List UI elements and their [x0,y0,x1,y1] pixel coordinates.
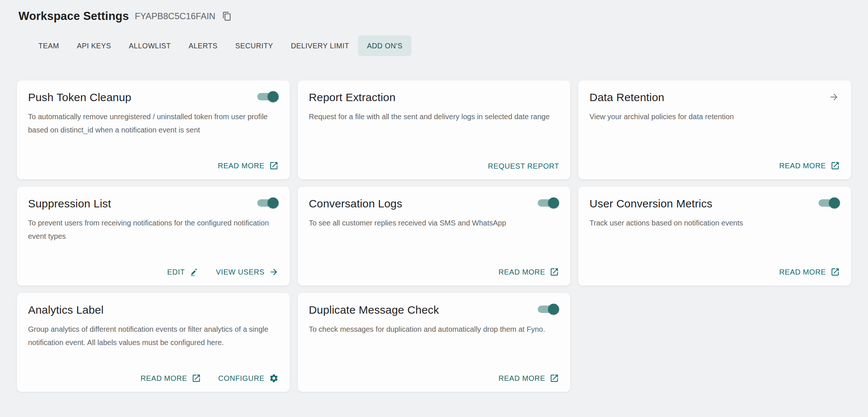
card-title: Conversation Logs [309,197,403,210]
external-link-icon [550,373,559,383]
card-title: Duplicate Message Check [309,304,439,316]
action-label: READ MORE [499,268,545,276]
workspace-id: FYAPB8C5C16FAIN [135,11,215,21]
card-header-control [536,304,559,316]
card-header: Data Retention [589,91,840,104]
edit-icon [189,267,199,277]
card-title: Analytics Label [28,304,104,316]
toggle-switch[interactable] [817,197,840,208]
configure-link[interactable]: CONFIGURE [218,373,278,383]
toggle-knob [548,304,559,315]
read-more-link[interactable]: READ MORE [499,373,559,383]
card-header-control [256,197,279,210]
action-label: READ MORE [141,374,187,383]
tab-add-on-s[interactable]: ADD ON'S [358,35,411,56]
toggle-knob [268,197,279,208]
action-label: REQUEST REPORT [488,162,559,170]
external-link-icon [550,267,559,277]
read-more-link[interactable]: READ MORE [779,161,840,170]
tab-team[interactable]: TEAM [30,35,68,56]
card-header: Report Extraction [309,91,559,104]
toggle-switch[interactable] [536,304,559,315]
request-report-link[interactable]: REQUEST REPORT [488,162,559,170]
card-title: User Conversion Metrics [589,197,712,210]
page-title: Workspace Settings [18,10,129,23]
card-header: User Conversion Metrics [589,197,840,210]
card-report-extraction: Report Extraction Request for a file wit… [298,80,571,179]
external-link-icon [830,161,840,170]
card-actions: EDITVIEW USERS [28,260,279,277]
card-header: Push Token Cleanup [28,91,279,104]
action-label: READ MORE [779,162,826,170]
tab-allowlist[interactable]: ALLOWLIST [120,35,180,56]
read-more-link[interactable]: READ MORE [141,373,202,383]
card-description: To prevent users from receiving notifica… [28,216,279,243]
view-users-link[interactable]: VIEW USERS [216,267,279,277]
action-label: READ MORE [779,268,826,276]
card-duplicate-message-check: Duplicate Message Check To check message… [298,293,571,392]
card-conversation-logs: Conversation Logs To see all customer re… [298,187,571,286]
arrow-right-icon [269,267,279,277]
copy-workspace-id-button[interactable] [221,11,232,22]
tabs: TEAMAPI KEYSALLOWLISTALERTSSECURITYDELIV… [0,35,868,56]
card-actions: READ MORE [309,260,559,277]
card-header-control [828,91,840,104]
toggle-knob [268,91,279,102]
card-analytics-label: Analytics Label Group analytics of diffe… [17,293,290,392]
arrow-right-icon [829,92,839,102]
read-more-link[interactable]: READ MORE [499,267,559,277]
edit-link[interactable]: EDIT [167,267,199,277]
card-header-control [256,91,279,104]
action-label: READ MORE [499,374,545,383]
card-actions: READ MORE [589,154,840,170]
card-description: To check messages for duplication and au… [309,323,559,336]
card-actions: READ MORE [589,260,840,277]
card-header: Conversation Logs [309,197,559,210]
action-label: CONFIGURE [218,374,264,383]
toggle-knob [548,197,559,208]
tab-delivery-limit[interactable]: DELIVERY LIMIT [282,35,358,56]
card-data-retention: Data Retention View your archival polici… [578,80,851,179]
card-title: Data Retention [589,91,664,104]
toggle-switch[interactable] [256,197,279,208]
external-link-icon [192,373,201,383]
card-description: Request for a file with all the sent and… [309,110,559,123]
card-title: Push Token Cleanup [28,91,131,104]
action-label: VIEW USERS [216,268,265,276]
card-actions: READ MORECONFIGURE [28,366,279,383]
card-description: To automatically remove unregistered / u… [28,110,279,137]
action-label: EDIT [167,268,185,276]
external-link-icon [269,161,279,170]
copy-icon [222,11,232,21]
card-suppression-list: Suppression List To prevent users from r… [17,187,290,286]
card-open-button[interactable] [828,91,840,103]
toggle-switch[interactable] [536,197,559,208]
card-actions: READ MORE [309,366,559,383]
card-description: Track user actions based on notification… [589,216,840,230]
read-more-link[interactable]: READ MORE [779,267,840,277]
card-actions: REQUEST REPORT [309,155,559,170]
card-title: Suppression List [28,197,111,210]
read-more-link[interactable]: READ MORE [218,161,279,170]
page-header: Workspace Settings FYAPB8C5C16FAIN [0,0,868,23]
tab-security[interactable]: SECURITY [227,35,282,56]
card-actions: READ MORE [28,154,279,170]
card-description: To see all customer replies received via… [309,216,559,230]
tab-alerts[interactable]: ALERTS [180,35,227,56]
card-description: View your archival policies for data ret… [589,110,840,123]
card-header-control [536,197,559,210]
card-header: Duplicate Message Check [309,303,559,317]
toggle-knob [829,197,840,208]
action-label: READ MORE [218,162,265,170]
addons-grid: Push Token Cleanup To automatically remo… [17,80,851,392]
card-header: Analytics Label [28,303,279,317]
card-description: Group analytics of different notificatio… [28,323,279,349]
card-header: Suppression List [28,197,279,210]
card-push-token-cleanup: Push Token Cleanup To automatically remo… [17,80,290,179]
card-header-control [817,197,840,210]
card-title: Report Extraction [309,91,396,104]
tab-api-keys[interactable]: API KEYS [68,35,120,56]
external-link-icon [830,267,840,277]
card-user-conversion-metrics: User Conversion Metrics Track user actio… [578,187,851,286]
toggle-switch[interactable] [256,91,279,102]
